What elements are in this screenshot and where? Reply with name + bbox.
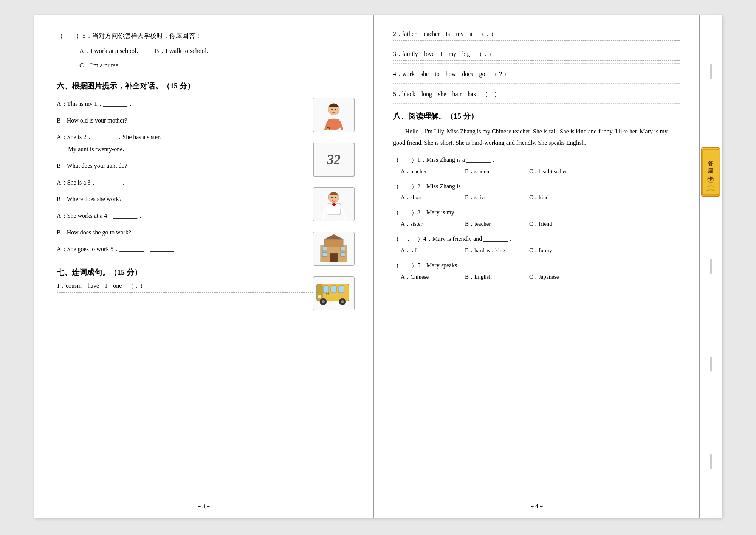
sticker-area: 答 题 卡 (700, 147, 721, 197)
sec7-area: 七、连词成句。（15 分） 1．cousin have I one （．） (57, 267, 355, 295)
option-3b: B．teacher (465, 220, 518, 228)
sec7-header: 七、连词成句。（15 分） (57, 267, 355, 278)
left-page-number: －3－ (196, 502, 211, 510)
option-2b: B．strict (465, 194, 518, 201)
reading-passage: Hello，I'm Lily. Miss Zhang is my Chinese… (393, 126, 680, 149)
image-3 (313, 187, 355, 221)
dialog-a2: A：She is 2．________．She has a sister. My… (57, 131, 305, 155)
right-page-number: －4－ (529, 502, 544, 510)
reading-q1-options: A．teacher B．student C．head teacher (393, 168, 680, 175)
image-2: 32 (313, 143, 355, 177)
answer-dash-4b (393, 83, 680, 84)
dialog-b3: B：Where does she work? (57, 193, 305, 205)
bus-icon: 00 (315, 280, 353, 307)
q5-blank (203, 30, 233, 42)
svg-rect-8 (333, 203, 335, 206)
sec8-header: 八、阅读理解。（15 分） (393, 111, 680, 121)
q5-optionB: B．I walk to school. (155, 47, 208, 54)
sec7-item-5: 5．black long she hair has （．） (393, 90, 680, 104)
answer-dash-3a (393, 60, 680, 61)
option-4a: A．tall (401, 247, 454, 254)
reading-q3-options: A．sister B．teacher C．friend (393, 220, 680, 228)
dialog-a3: A：She is a 3．________． (57, 177, 305, 189)
sticker-decoration: 答 题 卡 (702, 149, 719, 195)
svg-rect-14 (330, 253, 338, 262)
option-4b: B．hard-working (465, 247, 518, 254)
q5-label-text: （ ）5．当对方问你怎样去学校时，你应回答： (57, 32, 201, 39)
option-2c: C．kind (529, 194, 582, 201)
svg-rect-18 (341, 253, 345, 256)
dialog-b4: B：How does she go to work? (57, 226, 305, 239)
svg-text:👩: 👩 (326, 126, 330, 130)
svg-rect-23 (338, 286, 344, 293)
binding-mark-3 (710, 259, 712, 274)
svg-point-2 (331, 109, 333, 110)
svg-rect-21 (323, 286, 329, 293)
sec7-item-2: 2．father teacher is my a （．） (393, 30, 680, 43)
school-icon (317, 234, 351, 264)
dialog-a5: A：She goes to work 5．________ ________． (57, 243, 305, 255)
option-2a: A．short (401, 194, 454, 201)
dialog-a1: A：This is my 1．________． (57, 98, 305, 110)
svg-rect-30 (702, 149, 719, 195)
option-4c: C．funny (529, 247, 582, 254)
sec7-item-3: 3．family love I my big （．） (393, 50, 680, 64)
dialog-b2: B：What does your aunt do? (57, 160, 305, 172)
image-5: 00 (313, 276, 355, 310)
q5-label: （ ）5．当对方问你怎样去学校时，你应回答： (57, 30, 355, 42)
binding-mark-5 (710, 454, 712, 469)
sec8-area: 八、阅读理解。（15 分） Hello，I'm Lily. Miss Zhang… (393, 111, 680, 281)
dialog-b1: B：How old is your mother? (57, 115, 305, 127)
svg-rect-17 (322, 253, 327, 256)
right-page: 2．father teacher is my a （．） 3．family lo… (374, 15, 699, 518)
sec7-continue: 2．father teacher is my a （．） 3．family lo… (393, 30, 680, 104)
reading-q3: （ ）3．Mary is my ________． A．sister B．tea… (393, 207, 680, 228)
svg-text:00: 00 (326, 292, 329, 295)
reading-q5: （ ）5．Mary speaks ________． A．Chinese B．E… (393, 260, 680, 281)
answer-dash-1b (57, 295, 355, 295)
reading-q2: （ ）2．Miss Zhang is ________． A．short B．s… (393, 181, 680, 202)
person-icon-1: 👩 (319, 100, 349, 130)
binding-mark-4 (710, 357, 712, 372)
answer-dash-2a (393, 40, 680, 41)
svg-point-9 (331, 197, 333, 198)
option-5c: C．Japanese (529, 273, 582, 281)
sec6-header: 六、根据图片提示，补全对话。（15 分） (57, 81, 355, 91)
svg-rect-15 (322, 247, 327, 251)
svg-rect-28 (318, 295, 321, 298)
answer-dash-5b (393, 103, 680, 104)
svg-point-3 (335, 109, 336, 110)
answer-dash-4a (393, 81, 680, 81)
svg-rect-22 (331, 286, 336, 293)
svg-point-10 (335, 197, 336, 198)
sec7-item-4: 4．work she to how does go （？） (393, 70, 680, 84)
nurse-icon (319, 189, 349, 219)
q5-optionA: A．I work at a school. (79, 45, 138, 57)
answer-dash-1a (57, 292, 355, 293)
svg-rect-12 (324, 239, 343, 247)
image-4 (313, 232, 355, 266)
answer-dash-2b (393, 43, 680, 43)
option-1c: C．head teacher (529, 168, 582, 175)
option-1a: A．teacher (401, 168, 454, 175)
answer-dash-5a (393, 101, 680, 101)
image-1: 👩 (313, 98, 355, 132)
svg-point-27 (341, 300, 344, 303)
reading-q1: （ ）1．Miss Zhang is a ________． A．teacher… (393, 155, 680, 175)
page-container: （ ）5．当对方问你怎样去学校时，你应回答： A．I work at a sch… (0, 0, 756, 535)
left-page: （ ）5．当对方问你怎样去学校时，你应回答： A．I work at a sch… (34, 15, 374, 518)
sticker-box: 答 题 卡 (701, 147, 720, 197)
binding-mark-1 (710, 64, 712, 79)
answer-dash-3b (393, 63, 680, 64)
option-3c: C．friend (529, 220, 582, 228)
option-5b: B．English (465, 273, 518, 281)
option-5a: A．Chinese (401, 273, 454, 281)
reading-q4-options: A．tall B．hard-working C．funny (393, 247, 680, 254)
svg-rect-16 (341, 247, 345, 251)
reading-q2-options: A．short B．strict C．kind (393, 194, 680, 201)
sec7-item-1: 1．cousin have I one （．） (57, 282, 355, 295)
svg-marker-13 (324, 234, 343, 239)
reading-q5-options: A．Chinese B．English C．Japanese (393, 273, 680, 281)
binding-strip (699, 15, 722, 518)
sec6-area: 六、根据图片提示，补全对话。（15 分） A：This is my 1．____… (57, 81, 355, 260)
